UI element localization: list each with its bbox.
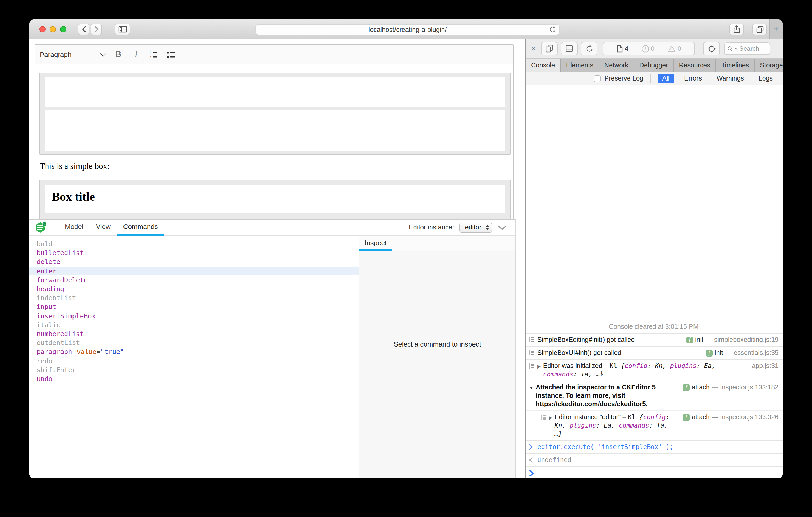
bulleted-list-button[interactable]: [167, 51, 176, 58]
command-item[interactable]: paragraph value="true": [29, 347, 359, 356]
share-icon: [733, 25, 740, 33]
document-icon: [616, 45, 623, 53]
console-prompt[interactable]: [526, 466, 783, 478]
forward-button[interactable]: [90, 23, 102, 35]
console-result-row: undefined: [526, 453, 783, 466]
bold-button[interactable]: B: [114, 50, 122, 59]
address-bar[interactable]: localhost/creating-a-plugin/: [255, 24, 560, 35]
ck-inspector-tab[interactable]: View: [90, 219, 117, 236]
numbered-list-icon: 12: [149, 51, 158, 58]
inspector-tab[interactable]: Network: [599, 59, 634, 71]
command-item[interactable]: heading: [29, 284, 359, 293]
tab-overview-button[interactable]: [752, 24, 767, 35]
console-filter-option[interactable]: All: [658, 74, 674, 83]
disclosure-triangle-open-icon[interactable]: ▼: [529, 384, 534, 392]
web-page: Paragraph B I 12: [29, 39, 525, 478]
inspector-tab[interactable]: Elements: [561, 59, 599, 71]
preserve-log-checkbox[interactable]: [594, 75, 601, 82]
inspector-tab[interactable]: Timelines: [716, 59, 755, 71]
zoom-window-button[interactable]: [60, 26, 66, 32]
paragraph-dropdown[interactable]: Paragraph: [40, 51, 105, 58]
minimize-window-button[interactable]: [50, 26, 56, 32]
numbered-list-button[interactable]: 12: [150, 51, 158, 58]
source-location-link[interactable]: app.js:31: [752, 362, 779, 370]
simple-box-widget[interactable]: Box title: [39, 180, 511, 219]
collapse-panel-button[interactable]: [498, 224, 507, 230]
editor-content[interactable]: This is a simple box: Box title: [35, 64, 513, 219]
reload-page-button[interactable]: [581, 42, 598, 55]
command-item[interactable]: delete: [29, 257, 359, 266]
chevron-down-icon: [100, 51, 107, 57]
svg-text:5: 5: [44, 222, 45, 226]
disclosure-triangle-icon[interactable]: ▶: [549, 414, 552, 422]
inspector-tab[interactable]: Console: [526, 59, 561, 71]
command-item[interactable]: outdentList: [29, 338, 359, 347]
command-item[interactable]: italic: [29, 320, 359, 329]
command-item[interactable]: redo: [29, 356, 359, 365]
command-item[interactable]: undo: [29, 374, 359, 383]
command-item[interactable]: numberedList: [29, 329, 359, 338]
search-input[interactable]: [739, 45, 767, 52]
bulleted-list-icon: [167, 51, 176, 58]
svg-text:!: !: [671, 47, 672, 52]
close-window-button[interactable]: [39, 26, 46, 32]
inspector-search-field[interactable]: [724, 42, 770, 55]
command-item[interactable]: indentList: [29, 293, 359, 302]
simple-box-title-field[interactable]: Box title: [45, 185, 505, 213]
bold-icon: B: [115, 50, 121, 59]
inspector-tab[interactable]: Resources: [674, 59, 716, 71]
command-item[interactable]: shiftEnter: [29, 365, 359, 374]
back-button[interactable]: [78, 23, 89, 35]
console-log-icon: [541, 414, 547, 420]
function-badge-icon: f: [686, 336, 693, 343]
ckeditor-inspector-header: 5 Model View: [29, 219, 515, 236]
ck-inspector-tab[interactable]: Model: [59, 219, 90, 236]
source-location-link[interactable]: essentials.js:35: [734, 349, 779, 357]
simple-box-title-field[interactable]: [45, 78, 505, 107]
box-title-text: Box title: [45, 185, 505, 204]
source-location-link[interactable]: inspector.js:133:182: [720, 383, 779, 392]
console-output: Console cleared at 3:01:15 PM SimpleBoxE…: [526, 85, 783, 478]
command-item[interactable]: forwardDelete: [29, 275, 359, 284]
command-item[interactable]: bold: [29, 239, 359, 248]
issues-summary[interactable]: 4 ! 0 ! 0: [603, 42, 695, 55]
command-item[interactable]: enter: [29, 266, 359, 275]
italic-button[interactable]: I: [132, 49, 140, 60]
ck-inspector-tab[interactable]: Commands: [117, 219, 164, 236]
detach-inspector-button[interactable]: [541, 42, 558, 55]
command-item[interactable]: bulletedList: [29, 248, 359, 257]
console-filter-option[interactable]: Warnings: [712, 74, 749, 83]
editor-toolbar: Paragraph B I 12: [35, 45, 513, 64]
reload-button[interactable]: [548, 26, 556, 34]
disclosure-triangle-icon[interactable]: ▶: [537, 362, 541, 371]
new-tab-button[interactable]: +: [769, 19, 783, 39]
function-badge-icon: f: [683, 384, 690, 391]
tab-inspect[interactable]: Inspect: [359, 236, 392, 251]
inspector-tab[interactable]: Debugger: [634, 59, 674, 71]
console-filter-option[interactable]: Errors: [679, 74, 706, 83]
desktop: localhost/creating-a-plugin/: [0, 0, 812, 517]
element-picker-button[interactable]: [703, 42, 720, 55]
console-filter-option[interactable]: Logs: [754, 74, 778, 83]
sidebar-toggle-button[interactable]: [115, 23, 130, 35]
console-log-row-expandable: ▶ Editor was initialized – Kl {config: K…: [526, 359, 783, 381]
simple-box-description-field[interactable]: [45, 110, 505, 151]
source-location-link[interactable]: simpleboxediting.js:19: [714, 336, 779, 344]
simple-box-widget-empty[interactable]: [39, 73, 511, 155]
inspector-tab[interactable]: Storage: [755, 59, 783, 71]
detach-icon: [545, 44, 554, 53]
plus-icon: +: [774, 24, 779, 34]
dock-bottom-button[interactable]: [561, 42, 578, 55]
tabs-icon: [756, 25, 763, 33]
console-log-icon: [529, 363, 536, 369]
console-log-row-expanded: ▼ Attached the inspector to a CKEditor 5…: [526, 381, 783, 410]
browser-toolbar: localhost/creating-a-plugin/: [29, 19, 783, 39]
editor-instance-select[interactable]: editor: [459, 222, 492, 232]
command-item[interactable]: insertSimpleBox: [29, 311, 359, 320]
command-item[interactable]: input: [29, 302, 359, 311]
commands-list: bold bulletedList delete: [29, 236, 359, 478]
share-button[interactable]: [729, 24, 744, 35]
source-location-link[interactable]: inspector.js:133:326: [720, 413, 779, 421]
close-inspector-button[interactable]: ×: [528, 44, 538, 53]
svg-text:!: !: [645, 46, 646, 51]
